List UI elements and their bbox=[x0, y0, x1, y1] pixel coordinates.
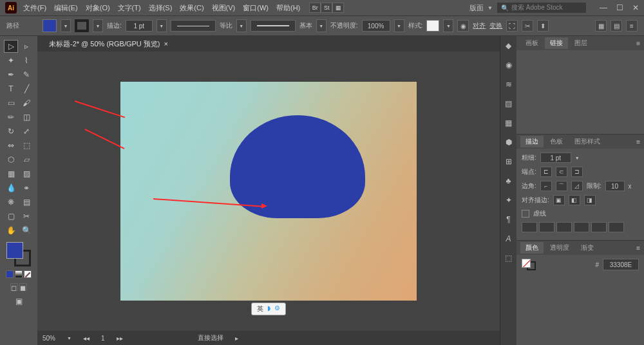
type-tool[interactable]: T bbox=[4, 82, 18, 95]
dash-3[interactable] bbox=[591, 222, 607, 232]
fill-dropdown[interactable]: ▼ bbox=[61, 19, 71, 32]
stock-badge[interactable]: St bbox=[321, 3, 332, 13]
artboard[interactable] bbox=[120, 82, 417, 301]
stroke-dropdown[interactable]: ▼ bbox=[93, 19, 103, 32]
draw-normal[interactable]: ◻ bbox=[10, 283, 18, 291]
brush-tool[interactable]: 🖌 bbox=[19, 97, 33, 109]
style-dropdown[interactable]: ▼ bbox=[443, 19, 453, 32]
brushes-icon[interactable]: ≋ bbox=[503, 79, 515, 90]
align-link[interactable]: 对齐 bbox=[473, 21, 486, 30]
stroke-weight-input[interactable]: 1 pt bbox=[126, 20, 153, 32]
selection-tool[interactable]: ▷ bbox=[4, 40, 18, 53]
bridge-badge[interactable]: Br bbox=[309, 3, 321, 13]
appearance-icon[interactable]: ⬢ bbox=[503, 136, 515, 148]
maximize-button[interactable]: ☐ bbox=[616, 3, 623, 12]
layout-label[interactable]: 版面 bbox=[469, 3, 484, 13]
gap-1[interactable] bbox=[539, 222, 554, 232]
rectangle-tool[interactable]: ▭ bbox=[4, 97, 18, 109]
tab-gradient[interactable]: 渐变 bbox=[576, 242, 599, 254]
option-menu-icon[interactable]: ≡ bbox=[626, 20, 638, 32]
panel-menu-icon[interactable]: ≡ bbox=[636, 245, 640, 252]
ime-gear-icon[interactable]: ⚙ bbox=[274, 304, 280, 313]
stroke-weight-dropdown[interactable]: ▼ bbox=[156, 19, 167, 32]
scale-tool[interactable]: ⤢ bbox=[19, 125, 33, 138]
tab-layers[interactable]: 图层 bbox=[569, 37, 592, 49]
dash-checkbox[interactable] bbox=[522, 210, 529, 218]
opacity-input[interactable]: 100% bbox=[362, 20, 390, 32]
mini-fill-stroke[interactable] bbox=[522, 259, 536, 270]
option-icon-1[interactable]: ▦ bbox=[595, 20, 607, 32]
swatches-icon[interactable]: ◉ bbox=[503, 59, 515, 71]
cap-projecting[interactable]: ⊐ bbox=[571, 167, 583, 177]
dash-1[interactable] bbox=[522, 222, 537, 232]
align-outside[interactable]: ◨ bbox=[584, 195, 596, 205]
direct-selection-tool[interactable]: ▹ bbox=[19, 40, 33, 53]
hex-input[interactable]: 33308E bbox=[603, 259, 639, 270]
chevron-down-icon[interactable]: ▼ bbox=[575, 156, 580, 160]
zoom-tool[interactable]: 🔍 bbox=[19, 224, 33, 237]
cap-round[interactable]: ⊂ bbox=[556, 167, 567, 177]
tab-transparency[interactable]: 透明度 bbox=[545, 242, 574, 254]
artboard-tool[interactable]: ▢ bbox=[4, 210, 18, 223]
color-icon[interactable]: ♣ bbox=[503, 175, 515, 187]
symbols-icon[interactable]: ▤ bbox=[503, 98, 515, 109]
fill-stroke-indicator[interactable] bbox=[6, 242, 31, 266]
blue-shape[interactable] bbox=[230, 115, 365, 218]
type-panel-icon[interactable]: A bbox=[503, 233, 515, 245]
dash-2[interactable] bbox=[556, 222, 572, 232]
align-inside[interactable]: ◧ bbox=[569, 195, 580, 205]
crop-icon[interactable]: ✂ bbox=[522, 20, 533, 32]
hand-tool[interactable]: ✋ bbox=[4, 224, 18, 237]
asset-export-icon[interactable]: ⬚ bbox=[503, 252, 515, 264]
tab-links[interactable]: 链接 bbox=[545, 37, 568, 49]
character-icon[interactable]: ✦ bbox=[503, 194, 515, 206]
fill-swatch[interactable] bbox=[43, 19, 57, 32]
pen-tool[interactable]: ✒ bbox=[4, 68, 18, 81]
corner-bevel[interactable]: ◿ bbox=[571, 181, 583, 191]
menu-object[interactable]: 对象(O) bbox=[86, 3, 110, 13]
corner-round[interactable]: ⌒ bbox=[556, 181, 567, 191]
slice-tool[interactable]: ✂ bbox=[19, 210, 33, 223]
free-transform-tool[interactable]: ⬚ bbox=[19, 139, 33, 152]
minimize-button[interactable]: — bbox=[600, 3, 607, 12]
corner-miter[interactable]: ⌐ bbox=[540, 181, 552, 191]
blend-tool[interactable]: ⚭ bbox=[19, 182, 33, 194]
color-mode[interactable] bbox=[6, 270, 14, 278]
close-button[interactable]: ✕ bbox=[632, 3, 639, 12]
symbol-tool[interactable]: ❋ bbox=[4, 196, 18, 209]
line-tool[interactable]: ╱ bbox=[19, 82, 33, 95]
limit-input[interactable]: 10 bbox=[605, 181, 625, 191]
brush-preview[interactable] bbox=[251, 20, 296, 32]
nav-next-icon[interactable]: ▸▸ bbox=[117, 335, 123, 342]
draw-behind[interactable]: ◼ bbox=[19, 283, 27, 291]
paragraph-icon[interactable]: ¶ bbox=[503, 214, 515, 225]
panel-menu-icon[interactable]: ≡ bbox=[636, 138, 640, 145]
align-center[interactable]: ▣ bbox=[553, 195, 565, 205]
shaper-tool[interactable]: ✏ bbox=[4, 111, 18, 124]
menu-select[interactable]: 选择(S) bbox=[149, 3, 173, 13]
menu-file[interactable]: 文件(F) bbox=[23, 3, 46, 13]
chevron-down-icon[interactable]: ▼ bbox=[488, 5, 493, 11]
chevron-down-icon[interactable]: ▼ bbox=[67, 336, 71, 340]
opacity-dropdown[interactable]: ▼ bbox=[394, 19, 404, 32]
graph-tool[interactable]: ▤ bbox=[19, 196, 33, 209]
menu-view[interactable]: 视图(V) bbox=[212, 3, 236, 13]
zoom-level[interactable]: 50% bbox=[43, 335, 55, 342]
arrange-icon[interactable]: ⬍ bbox=[537, 20, 549, 32]
shape-builder-tool[interactable]: ⬡ bbox=[4, 153, 18, 166]
eraser-tool[interactable]: ◫ bbox=[19, 111, 33, 124]
isolate-icon[interactable]: ⛶ bbox=[506, 20, 518, 32]
menu-help[interactable]: 帮助(H) bbox=[276, 3, 300, 13]
mesh-tool[interactable]: ▦ bbox=[4, 167, 18, 180]
fill-color[interactable] bbox=[6, 242, 23, 259]
menu-edit[interactable]: 编辑(E) bbox=[54, 3, 78, 13]
screen-mode[interactable]: ▣ bbox=[12, 295, 26, 308]
document-tab[interactable]: 未标题-2* @ 50% (RGB/GPU 预览) × bbox=[44, 39, 173, 49]
lasso-tool[interactable]: ⌇ bbox=[19, 54, 33, 67]
none-mode[interactable] bbox=[24, 270, 32, 278]
tab-artboard[interactable]: 画板 bbox=[520, 37, 544, 49]
magic-wand-tool[interactable]: ✦ bbox=[4, 54, 18, 67]
stock-search-input[interactable]: 🔍 搜索 Adobe Stock bbox=[497, 2, 587, 14]
recolor-icon[interactable]: ◉ bbox=[457, 20, 469, 32]
menu-effect[interactable]: 效果(C) bbox=[180, 3, 204, 13]
